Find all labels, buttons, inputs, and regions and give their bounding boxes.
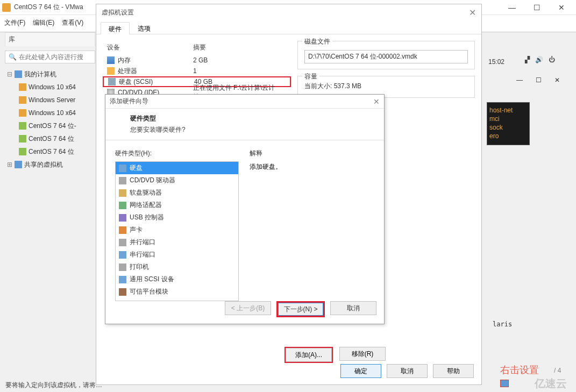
back-button[interactable]: < 上一步(B) — [225, 301, 271, 315]
sound-icon — [119, 226, 126, 234]
network-icon[interactable]: ▞ — [525, 56, 530, 63]
vm-item[interactable]: Windows 10 x64 — [19, 106, 95, 119]
vm-item[interactable]: Windows 10 x64 — [19, 81, 95, 94]
cpu-icon — [107, 67, 115, 75]
disk-file-group: 磁盘文件 D:\7\70\CentOS 7 64 位-000002.vmdk — [297, 41, 475, 69]
tree-shared[interactable]: ⊞ 共享的虚拟机 — [7, 158, 95, 171]
li-label: 打印机 — [130, 262, 149, 272]
dialog-title-bar: 虚拟机设置 ✕ — [96, 4, 481, 20]
menu-view[interactable]: 查看(V) — [62, 18, 83, 27]
vm-item[interactable]: Windows Server — [19, 94, 95, 106]
term-line: ero — [489, 132, 527, 140]
status-bar-text: 要将输入定向到该虚拟机，请将… — [5, 381, 102, 390]
vm-label: Windows Server — [29, 94, 75, 106]
hardware-list-header: 设备 摘要 — [103, 41, 291, 55]
dialog-close-button[interactable]: ✕ — [469, 8, 476, 18]
list-item-cddvd[interactable]: CD/DVD 驱动器 — [116, 174, 238, 187]
hardware-type-listbox[interactable]: 硬盘 CD/DVD 驱动器 软盘驱动器 网络适配器 USB 控制器 声卡 并行端… — [115, 161, 239, 301]
li-label: USB 控制器 — [130, 213, 164, 222]
tray-icons: ▞ 🔊 ⏻ — [525, 56, 555, 63]
annotation-text: 右击设置 — [500, 364, 539, 376]
search-icon: 🔍 — [9, 53, 17, 61]
tab-hardware[interactable]: 硬件 — [101, 22, 130, 34]
help-button[interactable]: 帮助 — [433, 364, 474, 378]
list-item-tpm[interactable]: 可信平台模块 — [116, 286, 238, 298]
add-hardware-wizard: 添加硬件向导 ✕ 硬件类型 您要安装哪类硬件? 硬件类型(H): 硬盘 CD/D… — [105, 94, 385, 324]
wizard-left: 硬件类型(H): 硬盘 CD/DVD 驱动器 软盘驱动器 网络适配器 USB 控… — [115, 149, 239, 301]
dialog-title: 虚拟机设置 — [102, 8, 134, 17]
disk-path-field[interactable]: D:\7\70\CentOS 7 64 位-000002.vmdk — [304, 50, 468, 63]
floppy-icon — [119, 189, 126, 197]
window-controls: — ☐ ✕ — [500, 0, 574, 15]
inner-minimize-button[interactable]: — — [516, 76, 523, 84]
network-icon — [119, 202, 126, 209]
cancel-button[interactable]: 取消 — [387, 364, 428, 378]
close-button[interactable]: ✕ — [549, 0, 574, 15]
li-label: 硬盘 — [130, 163, 143, 173]
col-device: 设备 — [107, 43, 193, 52]
vm-item[interactable]: CentOS 7 64 位 — [19, 132, 95, 145]
scsi-icon — [119, 276, 126, 283]
memory-icon — [107, 56, 115, 64]
term-line: sock — [489, 123, 527, 132]
maximize-button[interactable]: ☐ — [524, 0, 549, 15]
power-icon[interactable]: ⏻ — [549, 56, 555, 63]
tree-root[interactable]: ⊟ 我的计算机 — [7, 68, 95, 81]
expand-icon[interactable]: ⊞ — [7, 159, 12, 170]
ok-button[interactable]: 确定 — [340, 364, 381, 378]
highlight-box: 添加(A)... — [285, 347, 333, 363]
vm-icon — [19, 96, 26, 104]
list-item-usb[interactable]: USB 控制器 — [116, 211, 238, 224]
wizard-title-bar: 添加硬件向导 ✕ — [105, 95, 384, 109]
sound-icon[interactable]: 🔊 — [535, 56, 543, 63]
col-summary: 摘要 — [193, 43, 206, 52]
search-input[interactable] — [19, 53, 83, 61]
list-item-parallel[interactable]: 并行端口 — [116, 236, 238, 248]
taskbar-vm-icon[interactable] — [500, 380, 509, 387]
usb-icon — [119, 214, 126, 222]
list-item-sound[interactable]: 声卡 — [116, 224, 238, 236]
cd-icon — [119, 177, 126, 184]
li-label: 网络适配器 — [130, 201, 162, 210]
list-item-serial[interactable]: 串行端口 — [116, 248, 238, 261]
text-fragment: laris — [493, 320, 512, 328]
wizard-right: 解释 添加硬盘。 — [250, 149, 374, 301]
expand-icon[interactable]: ⊟ — [7, 68, 12, 80]
menu-file[interactable]: 文件(F) — [4, 18, 25, 27]
hw-row-cpu[interactable]: 处理器 1 — [103, 66, 291, 76]
wizard-close-button[interactable]: ✕ — [373, 97, 380, 106]
inner-close-button[interactable]: ✕ — [554, 76, 560, 84]
settings-tabs: 硬件 选项 — [96, 20, 481, 34]
list-item-network[interactable]: 网络适配器 — [116, 199, 238, 211]
add-hardware-button[interactable]: 添加(A)... — [286, 348, 332, 362]
vm-item[interactable]: CentOS 7 64 位 — [19, 145, 95, 158]
term-line: mci — [489, 115, 527, 123]
list-item-harddisk[interactable]: 硬盘 — [116, 162, 238, 174]
inner-maximize-button[interactable]: ☐ — [536, 76, 542, 84]
computer-icon — [15, 70, 22, 78]
vm-tree: ⊟ 我的计算机 Windows 10 x64 Windows Server Wi… — [5, 68, 95, 171]
list-item-scsi[interactable]: 通用 SCSI 设备 — [116, 273, 238, 286]
capacity-line: 当前大小: 537.3 MB — [304, 82, 468, 91]
vm-icon — [19, 122, 26, 130]
li-label: 并行端口 — [130, 238, 155, 247]
wizard-cancel-button[interactable]: 取消 — [330, 301, 376, 315]
tab-options[interactable]: 选项 — [130, 22, 159, 34]
library-search[interactable]: 🔍 — [5, 51, 95, 63]
wizard-heading: 硬件类型 — [130, 114, 374, 123]
minimize-button[interactable]: — — [500, 0, 524, 15]
remove-hardware-button[interactable]: 移除(R) — [339, 347, 386, 361]
wizard-title: 添加硬件向导 — [110, 97, 148, 106]
hw-row-memory[interactable]: 内存 2 GB — [103, 55, 291, 66]
hdd-icon — [119, 165, 126, 172]
list-item-floppy[interactable]: 软盘驱动器 — [116, 187, 238, 199]
menu-edit[interactable]: 编辑(E) — [33, 18, 54, 27]
list-item-printer[interactable]: 打印机 — [116, 261, 238, 273]
next-button[interactable]: 下一步(N) > — [278, 303, 323, 316]
vm-icon — [19, 148, 26, 155]
explain-body: 添加硬盘。 — [250, 162, 374, 172]
vm-item[interactable]: CentOS 7 64 位- — [19, 119, 95, 132]
vm-icon — [19, 109, 26, 117]
printer-icon — [119, 263, 126, 271]
serial-icon — [119, 251, 126, 259]
